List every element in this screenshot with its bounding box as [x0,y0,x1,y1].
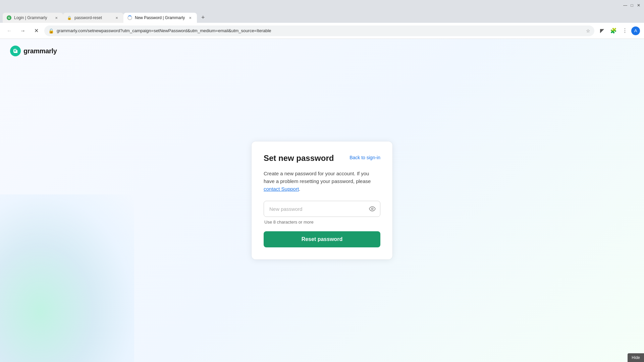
svg-point-0 [10,46,21,56]
grammarly-logo-text: grammarly [23,47,57,55]
card-description: Create a new password for your account. … [264,170,380,193]
card-title: Set new password [264,154,334,163]
new-password-input[interactable] [264,201,380,217]
grammarly-logo-icon [10,46,21,56]
page-content: grammarly Set new password Back to sign-… [0,39,644,362]
tab3-loading-spinner [127,15,132,20]
reload-button[interactable]: ✕ [31,25,42,36]
browser-window: — □ ✕ G Login | Grammarly ✕ 🔒 password-r… [0,0,644,362]
main-container: Set new password Back to sign-in Create … [0,39,644,362]
navigation-bar: ← → ✕ 🔒 grammarly.com/setnewpassword?utm… [0,23,644,39]
address-url: grammarly.com/setnewpassword?utm_campaig… [57,28,583,33]
tab-password-reset[interactable]: 🔒 password-reset ✕ [63,13,123,23]
address-bar[interactable]: 🔒 grammarly.com/setnewpassword?utm_campa… [44,25,594,36]
contact-support-link[interactable]: contact Support [264,186,299,192]
forward-button[interactable]: → [17,25,28,36]
tab1-close-button[interactable]: ✕ [54,15,59,20]
grammarly-logo[interactable]: grammarly [10,46,57,56]
card-header: Set new password Back to sign-in [264,154,380,163]
tab3-title: New Password | Grammarly [135,15,185,20]
reset-password-button[interactable]: Reset password [264,231,380,247]
tab1-title: Login | Grammarly [14,15,51,20]
back-to-signin-link[interactable]: Back to sign-in [350,155,380,160]
title-bar-controls: — □ ✕ [623,3,641,8]
tab2-favicon: 🔒 [67,15,72,20]
secure-icon: 🔒 [48,28,54,34]
maximize-button[interactable]: □ [629,3,635,8]
extensions-button[interactable]: 🧩 [608,26,619,36]
password-hint: Use 8 characters or more [264,220,380,225]
tab-login-grammarly[interactable]: G Login | Grammarly ✕ [3,13,63,23]
feedback-button[interactable]: Hide [628,353,644,362]
title-bar: — □ ✕ [0,0,644,11]
tab1-favicon: G [7,15,11,20]
tab2-title: password-reset [74,15,111,20]
tab-bar: G Login | Grammarly ✕ 🔒 password-reset ✕… [0,11,644,23]
nav-icons-right: ◤ 🧩 ⋮ A [597,26,640,36]
description-text-part2: . [299,186,300,192]
svg-point-1 [372,208,373,210]
tab3-close-button[interactable]: ✕ [187,15,193,20]
description-text-part1: Create a new password for your account. … [264,171,371,184]
back-button[interactable]: ← [4,25,15,36]
tab2-close-button[interactable]: ✕ [114,15,119,20]
profile-avatar[interactable]: A [631,26,640,35]
password-field-wrapper [264,201,380,217]
more-options-button[interactable]: ⋮ [620,26,630,36]
tab-new-password-grammarly[interactable]: New Password | Grammarly ✕ [123,13,197,23]
set-new-password-card: Set new password Back to sign-in Create … [252,141,392,260]
screen-cast-button[interactable]: ◤ [597,26,607,36]
minimize-button[interactable]: — [623,3,628,8]
bookmark-icon[interactable]: ☆ [586,28,590,34]
new-tab-button[interactable]: + [198,13,208,22]
toggle-password-visibility-button[interactable] [368,205,376,213]
site-header: grammarly [0,39,644,63]
close-button[interactable]: ✕ [636,3,641,8]
